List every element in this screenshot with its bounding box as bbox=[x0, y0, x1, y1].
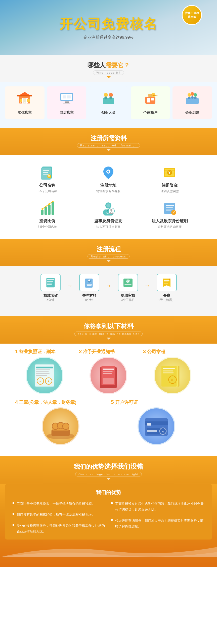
process-flow: 核准名称 5分钟 → 整理材料 5分钟 → bbox=[0, 266, 217, 310]
svg-point-30 bbox=[188, 97, 191, 99]
section1-arrow bbox=[107, 76, 111, 78]
section4-arrow bbox=[107, 338, 111, 340]
svg-rect-49 bbox=[45, 207, 47, 215]
svg-point-32 bbox=[194, 97, 197, 99]
bullet-4 bbox=[111, 519, 113, 521]
process-license-time: 3个工作日 bbox=[121, 298, 135, 302]
who-card-enterprise: 企业组建 bbox=[172, 86, 212, 119]
svg-rect-17 bbox=[103, 98, 114, 104]
section1-subtitle-en: Who needs it? bbox=[93, 70, 124, 75]
section2-header: 注册所需资料 Registration required information bbox=[0, 128, 217, 155]
svg-rect-50 bbox=[48, 205, 51, 215]
svg-rect-48 bbox=[41, 210, 44, 215]
svg-text:★: ★ bbox=[39, 380, 41, 383]
advantage-item-5: 专业的投税咨询服务，帮您处理复杂的税务申报工作，让您的企业运作后顾无忧。 bbox=[13, 523, 106, 534]
reg-info-grid: ¥ 公司名称 3-5个公司名称 注册地址 地址要求咨询客服 bbox=[21, 160, 197, 234]
svg-rect-81 bbox=[86, 284, 92, 284]
process-box-docs bbox=[79, 274, 99, 291]
reg-invest-title: 投资比例 bbox=[39, 219, 55, 224]
company-name-icon: ¥ bbox=[40, 165, 55, 180]
svg-rect-96 bbox=[36, 375, 47, 376]
section3-header: 注册流程 Registration process bbox=[0, 239, 217, 266]
section4-title: 你将拿到以下材料 bbox=[0, 322, 217, 331]
svg-rect-87 bbox=[164, 280, 169, 281]
reg-capital-desc: 注明认缴实缴 bbox=[161, 189, 179, 193]
hero-subtitle: 企业注册通过率高达99.99% bbox=[83, 35, 133, 40]
material-item-1: 1 营业执照证，副本 ★ ★ bbox=[15, 349, 74, 394]
reg-info-section: ¥ 公司名称 3-5个公司名称 注册地址 地址要求咨询客服 bbox=[0, 155, 217, 239]
material-item-4: 4 三章(公章，法人章，财务章) bbox=[15, 399, 106, 445]
svg-rect-73 bbox=[47, 279, 54, 280]
supervisor-icon bbox=[101, 201, 116, 216]
bullet-5 bbox=[13, 524, 14, 526]
hero-section: 开公司免费核名 企业注册通过率高达99.99% 注册不成功 退全款 bbox=[0, 0, 217, 55]
svg-rect-4 bbox=[17, 95, 32, 96]
svg-point-122 bbox=[63, 423, 69, 430]
svg-rect-67 bbox=[166, 207, 173, 208]
svg-rect-89 bbox=[164, 283, 168, 283]
advantage-item-3: 工商注册设立过程中遇到任何问题，我们都将提供24小时全天候咨询指导，让您后顾无忧… bbox=[111, 501, 205, 513]
advantage-text-1: 工商注册全程无需您来，一搞子解决繁杂的注册过程。 bbox=[17, 501, 95, 507]
svg-rect-126 bbox=[147, 430, 157, 432]
section5-arrow bbox=[107, 478, 111, 480]
bullet-3 bbox=[111, 502, 113, 504]
personal-icon: SALE bbox=[143, 90, 158, 105]
svg-rect-94 bbox=[36, 371, 49, 372]
svg-point-41 bbox=[107, 171, 109, 173]
material-num-4: 4 三章(公章，法人章，财务章) bbox=[15, 399, 106, 405]
reg-address-desc: 地址要求咨询客服 bbox=[96, 189, 120, 193]
advantage-item-1: 工商注册全程无需您来，一搞子解决繁杂的注册过程。 bbox=[13, 501, 106, 507]
advantage-text-3: 工商注册设立过程中遇到任何问题，我们都将提供24小时全天候咨询指导，让您后顾无忧… bbox=[115, 501, 205, 513]
reg-item-company-name: ¥ 公司名称 3-5个公司名称 bbox=[21, 165, 74, 193]
svg-point-31 bbox=[191, 96, 194, 99]
svg-rect-46 bbox=[164, 170, 175, 171]
invest-icon bbox=[40, 201, 55, 216]
advantage-section: 我们的优势 工商注册全程无需您来，一搞子解决繁杂的注册过程。 我们具有数年的积累… bbox=[0, 484, 217, 567]
advantage-cols: 工商注册全程无需您来，一搞子解决繁杂的注册过程。 我们具有数年的积累经验，所有手… bbox=[13, 501, 204, 534]
materials-grid-bottom: 4 三章(公章，法人章，财务章) 5 开户许可证 bbox=[0, 399, 217, 450]
process-verify-time: 5分钟 bbox=[47, 298, 54, 302]
reg-item-supervisor: 监事及身份证明 法人不可以当监事 bbox=[82, 201, 135, 229]
reg-capital-title: 注册资金 bbox=[162, 183, 178, 188]
material-item-3: 3 公司章程 ★ bbox=[143, 349, 202, 394]
hero-badge: 注册不成功 退全款 bbox=[182, 5, 202, 25]
section2-subtitle-en: Registration required information bbox=[77, 143, 140, 148]
who-needs-section: BUY NOW 实体店主 网店店主 bbox=[0, 82, 217, 128]
svg-text:★: ★ bbox=[161, 430, 164, 433]
svg-rect-88 bbox=[164, 282, 168, 282]
process-section: 核准名称 5分钟 → 整理材料 5分钟 → bbox=[0, 266, 217, 316]
svg-point-52 bbox=[41, 208, 43, 210]
svg-text:¥: ¥ bbox=[48, 175, 50, 178]
section2-arrow bbox=[107, 149, 111, 151]
wave-decoration bbox=[0, 545, 217, 557]
material-num-3: 3 公司章程 bbox=[143, 349, 202, 355]
svg-point-54 bbox=[49, 203, 50, 205]
who-needs-grid: BUY NOW 实体店主 网店店主 bbox=[0, 82, 217, 123]
svg-rect-75 bbox=[47, 283, 52, 283]
reg-legal-desc: 资料要求咨询客服 bbox=[158, 225, 182, 229]
reg-item-legal: ✓ 法人及股东身份证明 资料要求咨询客服 bbox=[143, 201, 196, 229]
bullet-2 bbox=[13, 513, 14, 515]
material-img-5: ★ bbox=[138, 407, 175, 445]
svg-rect-29 bbox=[186, 98, 199, 104]
process-record-time: 1天（如需） bbox=[158, 298, 175, 302]
section5-subtitle-en: Our advantage choice, we are right bbox=[75, 472, 142, 476]
badge-line1: 注册不成功 bbox=[185, 11, 199, 15]
section2-title: 注册所需资料 bbox=[0, 134, 217, 142]
svg-rect-36 bbox=[43, 172, 48, 173]
svg-rect-10 bbox=[65, 101, 69, 103]
process-arrow-2: → bbox=[106, 282, 112, 294]
svg-rect-86 bbox=[124, 284, 131, 285]
svg-point-26 bbox=[188, 93, 191, 97]
svg-point-18 bbox=[104, 96, 107, 99]
svg-rect-129 bbox=[147, 423, 151, 425]
bullet-1 bbox=[13, 502, 14, 504]
who-card-startup: 创业人员 bbox=[89, 86, 128, 119]
section4-subtitle-en: You will get the following materials! bbox=[74, 332, 142, 336]
svg-rect-13 bbox=[67, 95, 71, 97]
reg-legal-title: 法人及股东身份证明 bbox=[152, 219, 188, 224]
advantage-text-5: 专业的投税咨询服务，帮您处理复杂的税务申报工作，让您的企业运作后顾无忧。 bbox=[17, 523, 106, 534]
section3-arrow bbox=[107, 260, 111, 262]
process-box-record: 4 bbox=[157, 274, 177, 291]
reg-supervisor-title: 监事及身份证明 bbox=[94, 219, 122, 224]
